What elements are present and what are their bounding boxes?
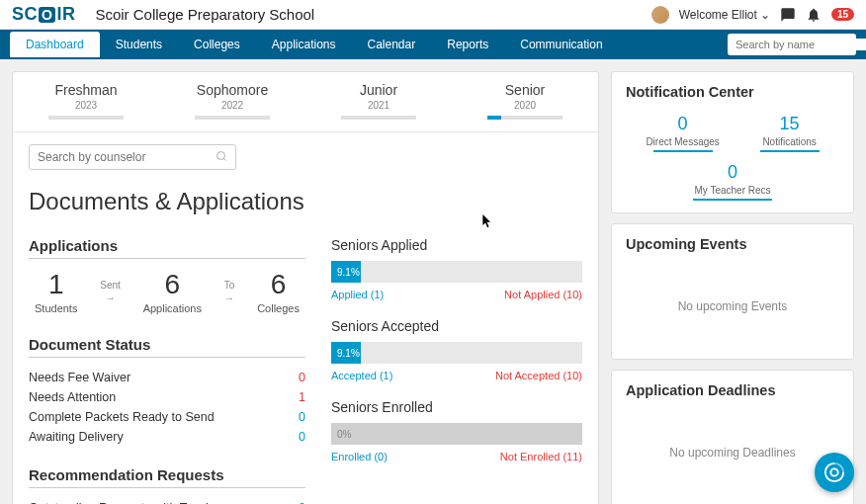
page-title: Documents & Applications [29, 188, 582, 215]
tab-freshman[interactable]: Freshman 2023 [13, 72, 159, 131]
applied-link[interactable]: Applied (1) [331, 289, 384, 300]
seniors-accepted: Seniors Accepted 9.1% Accepted (1)Not Ac… [331, 318, 582, 381]
upcoming-events: Upcoming Events No upcoming Events [611, 223, 854, 360]
counselor-search[interactable] [29, 144, 236, 170]
rec-requests-title: Recommendation Requests [29, 466, 305, 488]
welcome-user[interactable]: Welcome Elliot ⌄ [679, 8, 770, 22]
nav-reports[interactable]: Reports [431, 32, 504, 57]
school-name: Scoir College Preparatory School [95, 6, 314, 23]
not-accepted-link[interactable]: Not Accepted (10) [495, 370, 582, 381]
tab-senior[interactable]: Senior 2020 [452, 72, 598, 131]
stat-colleges: 6 Colleges [257, 269, 300, 314]
tab-junior[interactable]: Junior 2021 [305, 72, 452, 131]
svg-point-2 [830, 468, 837, 475]
avatar[interactable] [651, 6, 669, 24]
main-panel: Freshman 2023 Sophomore 2022 Junior 2021… [12, 71, 599, 504]
nav-search-input[interactable] [736, 39, 866, 50]
chat-icon[interactable] [780, 7, 796, 23]
direct-messages[interactable]: 0 Direct Messages [646, 114, 719, 152]
enrolled-link[interactable]: Enrolled (0) [331, 451, 388, 462]
svg-point-1 [217, 151, 225, 159]
logo[interactable]: SCOIR [12, 4, 75, 25]
rec-row[interactable]: Outstanding Requests with Teachers0 [29, 498, 305, 504]
notifications-icon[interactable] [806, 7, 822, 23]
stat-students: 1 Students [35, 269, 77, 314]
nav-colleges[interactable]: Colleges [178, 32, 256, 57]
counselor-search-input[interactable] [38, 150, 216, 164]
notifications[interactable]: 15 Notifications [760, 114, 820, 152]
notification-badge[interactable]: 15 [831, 8, 854, 21]
app-stats: 1 Students Sent→ 6 Applications To→ 6 Co… [29, 269, 305, 314]
class-tabs: Freshman 2023 Sophomore 2022 Junior 2021… [13, 72, 598, 132]
chevron-down-icon: ⌄ [760, 8, 770, 22]
doc-row[interactable]: Needs Attention1 [29, 387, 305, 407]
tab-sophomore[interactable]: Sophomore 2022 [159, 72, 305, 131]
notification-center: Notification Center 0 Direct Messages 15… [611, 71, 854, 213]
not-enrolled-link[interactable]: Not Enrolled (11) [500, 451, 582, 462]
navbar: Dashboard Students Colleges Applications… [0, 30, 866, 59]
arrow-sent: Sent→ [100, 280, 121, 303]
nav-dashboard[interactable]: Dashboard [10, 32, 100, 57]
doc-row[interactable]: Needs Fee Waiver0 [29, 368, 305, 387]
stat-applications: 6 Applications [143, 269, 202, 314]
nav-students[interactable]: Students [100, 32, 178, 57]
arrow-to: To→ [224, 280, 235, 303]
doc-row[interactable]: Complete Packets Ready to Send0 [29, 407, 305, 427]
accepted-link[interactable]: Accepted (1) [331, 370, 392, 381]
doc-status-title: Document Status [29, 336, 305, 358]
teacher-recs[interactable]: 0 My Teacher Recs [626, 162, 839, 201]
search-icon [216, 150, 227, 165]
nav-applications[interactable]: Applications [256, 32, 352, 57]
chat-fab[interactable] [815, 453, 854, 492]
applications-title: Applications [29, 237, 305, 259]
topbar: SCOIR Scoir College Preparatory School W… [0, 0, 866, 30]
seniors-applied: Seniors Applied 9.1% Applied (1)Not Appl… [331, 237, 582, 300]
nav-search[interactable] [728, 34, 856, 55]
seniors-enrolled: Seniors Enrolled 0% Enrolled (0)Not Enro… [331, 399, 582, 462]
not-applied-link[interactable]: Not Applied (10) [504, 289, 582, 300]
doc-row[interactable]: Awaiting Delivery0 [29, 427, 305, 447]
nav-calendar[interactable]: Calendar [352, 32, 432, 57]
nav-communication[interactable]: Communication [504, 32, 618, 57]
